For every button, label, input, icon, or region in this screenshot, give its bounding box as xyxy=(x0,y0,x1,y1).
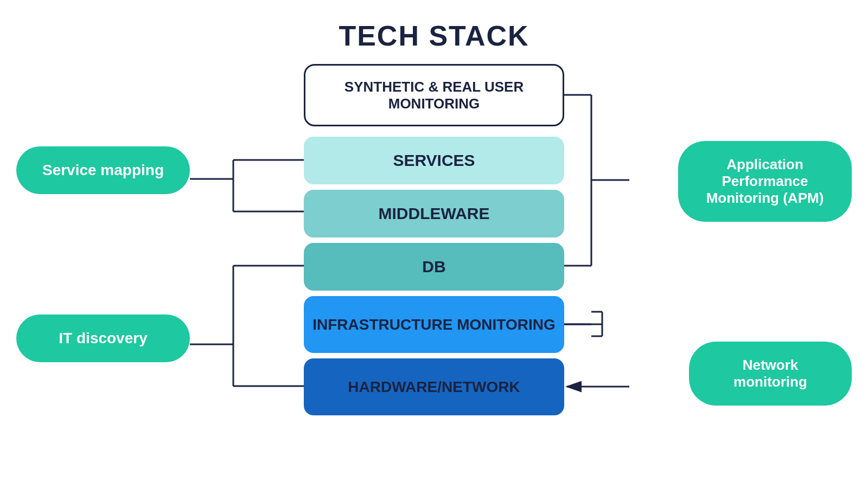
services-box: SERVICES xyxy=(304,137,564,184)
infrastructure-monitoring-box: INFRASTRUCTURE MONITORING xyxy=(304,296,564,353)
page-title: TECH STACK xyxy=(0,0,868,52)
synthetic-monitoring-box: SYNTHETIC & REAL USER MONITORING xyxy=(304,64,564,126)
network-monitoring-pill: Network monitoring xyxy=(689,342,852,406)
apm-pill: Application Performance Monitoring (APM) xyxy=(678,141,852,222)
hardware-network-box: HARDWARE/NETWORK xyxy=(304,358,564,415)
middleware-box: MIDDLEWARE xyxy=(304,190,564,237)
db-box: DB xyxy=(304,243,564,291)
it-discovery-pill: IT discovery xyxy=(16,314,190,362)
service-mapping-pill: Service mapping xyxy=(16,146,190,194)
